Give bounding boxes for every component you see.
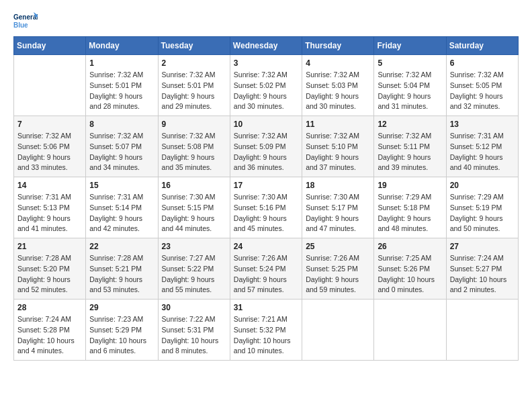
day-info: Sunrise: 7:32 AMSunset: 5:03 PMDaylight:… [306, 70, 370, 112]
day-number: 21 [17, 242, 82, 251]
calendar-cell: 26Sunrise: 7:25 AMSunset: 5:26 PMDayligh… [374, 238, 446, 300]
day-number: 13 [450, 120, 515, 129]
calendar-cell: 20Sunrise: 7:29 AMSunset: 5:19 PMDayligh… [446, 177, 518, 238]
calendar-week-row: 28Sunrise: 7:24 AMSunset: 5:28 PMDayligh… [14, 300, 519, 361]
weekday-header-friday: Friday [374, 37, 446, 55]
calendar-cell: 11Sunrise: 7:32 AMSunset: 5:10 PMDayligh… [302, 116, 374, 177]
calendar-cell: 15Sunrise: 7:31 AMSunset: 5:14 PMDayligh… [86, 177, 158, 238]
calendar-cell: 4Sunrise: 7:32 AMSunset: 5:03 PMDaylight… [302, 55, 374, 116]
calendar-cell: 22Sunrise: 7:28 AMSunset: 5:21 PMDayligh… [86, 238, 158, 300]
day-number: 22 [89, 242, 154, 251]
day-number: 31 [234, 303, 298, 312]
calendar-cell: 3Sunrise: 7:32 AMSunset: 5:02 PMDaylight… [230, 55, 302, 116]
day-info: Sunrise: 7:30 AMSunset: 5:17 PMDaylight:… [306, 192, 370, 234]
calendar-cell: 21Sunrise: 7:28 AMSunset: 5:20 PMDayligh… [14, 238, 86, 300]
day-info: Sunrise: 7:26 AMSunset: 5:24 PMDaylight:… [234, 253, 298, 295]
calendar-cell: 17Sunrise: 7:30 AMSunset: 5:16 PMDayligh… [230, 177, 302, 238]
day-info: Sunrise: 7:32 AMSunset: 5:02 PMDaylight:… [234, 70, 298, 112]
calendar-cell: 28Sunrise: 7:24 AMSunset: 5:28 PMDayligh… [14, 300, 86, 361]
day-number: 26 [378, 242, 442, 251]
calendar-cell: 6Sunrise: 7:32 AMSunset: 5:05 PMDaylight… [446, 55, 518, 116]
day-number: 25 [306, 242, 370, 251]
weekday-header-saturday: Saturday [446, 37, 518, 55]
day-info: Sunrise: 7:32 AMSunset: 5:11 PMDaylight:… [378, 131, 442, 173]
calendar-header-row: SundayMondayTuesdayWednesdayThursdayFrid… [14, 37, 519, 55]
calendar-cell: 12Sunrise: 7:32 AMSunset: 5:11 PMDayligh… [374, 116, 446, 177]
day-number: 29 [89, 303, 154, 312]
day-number: 12 [378, 120, 442, 129]
calendar-week-row: 7Sunrise: 7:32 AMSunset: 5:06 PMDaylight… [14, 116, 519, 177]
calendar-cell: 19Sunrise: 7:29 AMSunset: 5:18 PMDayligh… [374, 177, 446, 238]
day-info: Sunrise: 7:29 AMSunset: 5:18 PMDaylight:… [378, 192, 442, 234]
day-number: 30 [162, 303, 226, 312]
calendar-week-row: 1Sunrise: 7:32 AMSunset: 5:01 PMDaylight… [14, 55, 519, 116]
day-info: Sunrise: 7:31 AMSunset: 5:12 PMDaylight:… [450, 131, 515, 173]
calendar-week-row: 21Sunrise: 7:28 AMSunset: 5:20 PMDayligh… [14, 238, 519, 300]
calendar-cell [446, 300, 518, 361]
svg-text:Blue: Blue [13, 21, 28, 29]
day-info: Sunrise: 7:25 AMSunset: 5:26 PMDaylight:… [378, 253, 442, 295]
logo: General Blue [13, 11, 38, 30]
day-info: Sunrise: 7:32 AMSunset: 5:07 PMDaylight:… [89, 131, 154, 173]
calendar-cell [374, 300, 446, 361]
calendar: SundayMondayTuesdayWednesdayThursdayFrid… [13, 36, 519, 361]
calendar-cell: 10Sunrise: 7:32 AMSunset: 5:09 PMDayligh… [230, 116, 302, 177]
day-info: Sunrise: 7:22 AMSunset: 5:31 PMDaylight:… [162, 314, 226, 357]
calendar-cell: 13Sunrise: 7:31 AMSunset: 5:12 PMDayligh… [446, 116, 518, 177]
day-info: Sunrise: 7:32 AMSunset: 5:01 PMDaylight:… [89, 70, 154, 112]
day-info: Sunrise: 7:21 AMSunset: 5:32 PMDaylight:… [234, 314, 298, 357]
calendar-cell: 27Sunrise: 7:24 AMSunset: 5:27 PMDayligh… [446, 238, 518, 300]
day-number: 28 [17, 303, 82, 312]
weekday-header-thursday: Thursday [302, 37, 374, 55]
calendar-cell: 23Sunrise: 7:27 AMSunset: 5:22 PMDayligh… [158, 238, 230, 300]
header: General Blue [13, 11, 519, 30]
calendar-cell: 5Sunrise: 7:32 AMSunset: 5:04 PMDaylight… [374, 55, 446, 116]
weekday-header-tuesday: Tuesday [158, 37, 230, 55]
day-info: Sunrise: 7:24 AMSunset: 5:28 PMDaylight:… [17, 314, 82, 357]
day-info: Sunrise: 7:32 AMSunset: 5:06 PMDaylight:… [17, 131, 82, 173]
day-number: 5 [378, 58, 442, 68]
day-info: Sunrise: 7:28 AMSunset: 5:21 PMDaylight:… [89, 253, 154, 295]
day-info: Sunrise: 7:29 AMSunset: 5:19 PMDaylight:… [450, 192, 515, 234]
day-number: 4 [306, 58, 370, 68]
calendar-cell [14, 55, 86, 116]
day-number: 8 [89, 120, 154, 129]
day-number: 15 [89, 181, 154, 190]
calendar-cell: 1Sunrise: 7:32 AMSunset: 5:01 PMDaylight… [86, 55, 158, 116]
calendar-cell: 14Sunrise: 7:31 AMSunset: 5:13 PMDayligh… [14, 177, 86, 238]
svg-text:General: General [13, 13, 38, 21]
day-info: Sunrise: 7:32 AMSunset: 5:01 PMDaylight:… [162, 70, 226, 112]
weekday-header-monday: Monday [86, 37, 158, 55]
calendar-cell: 25Sunrise: 7:26 AMSunset: 5:25 PMDayligh… [302, 238, 374, 300]
day-info: Sunrise: 7:31 AMSunset: 5:14 PMDaylight:… [89, 192, 154, 234]
day-info: Sunrise: 7:27 AMSunset: 5:22 PMDaylight:… [162, 253, 226, 295]
calendar-cell: 2Sunrise: 7:32 AMSunset: 5:01 PMDaylight… [158, 55, 230, 116]
calendar-cell: 7Sunrise: 7:32 AMSunset: 5:06 PMDaylight… [14, 116, 86, 177]
day-info: Sunrise: 7:24 AMSunset: 5:27 PMDaylight:… [450, 253, 515, 295]
day-info: Sunrise: 7:32 AMSunset: 5:10 PMDaylight:… [306, 131, 370, 173]
day-number: 3 [234, 58, 298, 68]
day-number: 14 [17, 181, 82, 190]
day-number: 17 [234, 181, 298, 190]
day-number: 2 [162, 58, 226, 68]
day-info: Sunrise: 7:32 AMSunset: 5:04 PMDaylight:… [378, 70, 442, 112]
day-number: 1 [89, 58, 154, 68]
day-info: Sunrise: 7:32 AMSunset: 5:05 PMDaylight:… [450, 70, 515, 112]
day-info: Sunrise: 7:32 AMSunset: 5:09 PMDaylight:… [234, 131, 298, 173]
calendar-cell: 9Sunrise: 7:32 AMSunset: 5:08 PMDaylight… [158, 116, 230, 177]
day-number: 6 [450, 58, 515, 68]
day-number: 11 [306, 120, 370, 129]
calendar-cell: 30Sunrise: 7:22 AMSunset: 5:31 PMDayligh… [158, 300, 230, 361]
weekday-header-sunday: Sunday [14, 37, 86, 55]
day-info: Sunrise: 7:26 AMSunset: 5:25 PMDaylight:… [306, 253, 370, 295]
calendar-cell: 18Sunrise: 7:30 AMSunset: 5:17 PMDayligh… [302, 177, 374, 238]
day-number: 20 [450, 181, 515, 190]
day-number: 23 [162, 242, 226, 251]
day-info: Sunrise: 7:31 AMSunset: 5:13 PMDaylight:… [17, 192, 82, 234]
day-number: 16 [162, 181, 226, 190]
calendar-cell: 29Sunrise: 7:23 AMSunset: 5:29 PMDayligh… [86, 300, 158, 361]
day-number: 24 [234, 242, 298, 251]
calendar-cell [302, 300, 374, 361]
day-info: Sunrise: 7:32 AMSunset: 5:08 PMDaylight:… [162, 131, 226, 173]
calendar-cell: 8Sunrise: 7:32 AMSunset: 5:07 PMDaylight… [86, 116, 158, 177]
